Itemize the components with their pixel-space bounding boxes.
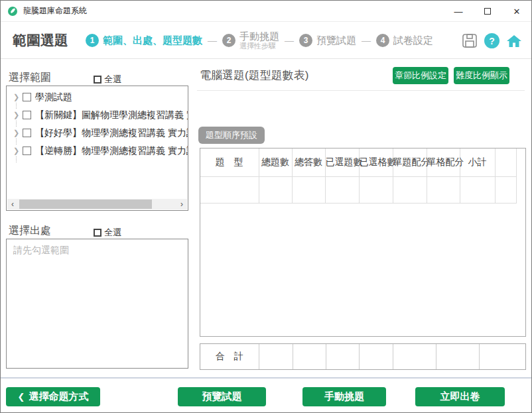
tree-item[interactable]: ❯ 【逆轉勝】物理學測總複習講義 實力評量 — [7, 142, 188, 160]
col-total-questions: 總題數 — [259, 148, 292, 176]
bottom-action-bar: ❮ 選擇命題方式 預覽試題 手動挑題 立即出卷 — [1, 377, 531, 412]
range-select-all[interactable]: 全選 — [94, 74, 121, 86]
header-icons: ? — [462, 23, 522, 59]
step-1-label[interactable]: 範圍、出處、題型題數 — [103, 34, 202, 47]
col-selected-questions: 已選題數 — [325, 148, 359, 176]
source-placeholder-text: 請先勾選範圍 — [13, 245, 69, 257]
step-dash: — — [285, 35, 294, 46]
total-row-table: 合 計 — [200, 343, 526, 370]
step-3-circle[interactable]: 3 — [299, 34, 312, 47]
save-icon[interactable] — [462, 33, 478, 48]
minimize-icon[interactable]: — — [444, 1, 473, 22]
question-order-badge[interactable]: 題型順序預設 — [198, 127, 265, 144]
col-points-per-question: 單題配分 — [393, 148, 427, 176]
chevron-right-icon[interactable]: ❯ — [13, 93, 23, 101]
maximize-square — [484, 8, 491, 15]
close-icon[interactable]: ✕ — [502, 1, 531, 22]
horizontal-scrollbar[interactable]: ‹ › — [7, 199, 187, 209]
preview-exam-button[interactable]: 預覽試題 — [178, 387, 266, 406]
scroll-left-icon[interactable]: ‹ — [7, 199, 18, 209]
col-subtotal: 小計 — [460, 148, 495, 176]
question-type-grid: 題 型 總題數 總答數 已選題數 已選格數 單題配分 單格配分 小計 — [200, 148, 517, 204]
step-dash: — — [362, 35, 371, 46]
source-select-all[interactable]: 全選 — [94, 227, 121, 239]
col-empty — [495, 148, 516, 176]
divider — [197, 90, 525, 91]
step-2-title: 手動挑題 — [239, 31, 279, 42]
total-label: 合 計 — [200, 344, 259, 369]
total-grid: 合 計 — [200, 344, 525, 369]
computer-selection-title: 電腦選題(題型題數表) — [200, 68, 308, 83]
total-row: 合 計 — [200, 344, 525, 369]
tree-item-checkbox[interactable] — [23, 129, 31, 137]
col-total-answers: 總答數 — [292, 148, 325, 176]
app-logo-icon — [7, 6, 18, 17]
step-2-label[interactable]: 手動挑題 選擇性步驟 — [239, 31, 279, 50]
page-header: 範圍選題 1 範圍、出處、題型題數 — 2 手動挑題 選擇性步驟 — 3 預覽試… — [1, 23, 531, 59]
tree-item-checkbox[interactable] — [23, 111, 31, 119]
scrollbar-thumb[interactable] — [19, 200, 152, 209]
col-points-per-cell: 單格配分 — [427, 148, 460, 176]
tree-item-label: 【逆轉勝】物理學測總複習講義 實力評量 — [35, 145, 188, 157]
step-2-circle[interactable]: 2 — [222, 34, 235, 47]
col-selected-cells: 已選格數 — [359, 148, 393, 176]
table-empty-row — [200, 176, 516, 203]
tree-item[interactable]: ❯ 【新關鍵】圖解物理學測總複習講義 實力評量 — [7, 106, 188, 124]
col-question-type: 題 型 — [200, 148, 259, 176]
tree-item-label: 【好好學】物理學測總複習講義 實力評量 — [35, 127, 188, 139]
help-icon[interactable]: ? — [484, 33, 499, 48]
maximize-icon[interactable] — [473, 1, 502, 22]
tree-item-label: 學測試題 — [35, 91, 72, 103]
chapter-ratio-button[interactable]: 章節比例設定 — [393, 67, 448, 84]
app-title: 龍騰題庫命題系統 — [23, 5, 87, 17]
chevron-right-icon[interactable]: ❯ — [13, 111, 23, 119]
manual-pick-button[interactable]: 手動挑題 — [302, 387, 386, 406]
chevron-right-icon[interactable]: ❯ — [13, 129, 23, 137]
scroll-right-icon[interactable]: › — [176, 199, 187, 209]
tree-item-checkbox[interactable] — [23, 147, 31, 155]
range-tree-panel: ❯ 學測試題 ❯ 【新關鍵】圖解物理學測總複習講義 實力評量 ❯ 【好好學】物理… — [6, 86, 188, 211]
step-4-circle[interactable]: 4 — [376, 34, 389, 47]
table-header-row: 題 型 總題數 總答數 已選題數 已選格數 單題配分 單格配分 小計 — [200, 148, 516, 176]
step-2-subtitle: 選擇性步驟 — [239, 42, 279, 50]
generate-exam-button[interactable]: 立即出卷 — [415, 387, 505, 406]
range-panel-title: 選擇範圍 — [9, 71, 51, 85]
app-window: 龍騰題庫命題系統 — ✕ 範圍選題 1 範圍、出處、題型題數 — 2 手動挑題 … — [0, 0, 532, 413]
back-to-method-button[interactable]: ❮ 選擇命題方式 — [6, 387, 100, 406]
source-select-all-checkbox[interactable] — [94, 229, 101, 237]
range-select-all-label: 全選 — [104, 74, 121, 86]
source-select-all-label: 全選 — [104, 227, 121, 239]
tree-item[interactable]: ❯ 學測試題 — [7, 88, 188, 106]
step-3-label[interactable]: 預覽試題 — [316, 34, 356, 47]
step-1-circle[interactable]: 1 — [86, 34, 99, 47]
back-button-label: 選擇命題方式 — [29, 390, 88, 403]
step-dash: — — [208, 35, 217, 46]
source-panel-title: 選擇出處 — [9, 224, 51, 238]
difficulty-ratio-button[interactable]: 難度比例顯示 — [454, 67, 509, 84]
chevron-left-icon: ❮ — [18, 392, 25, 402]
source-list-panel: 請先勾選範圍 — [6, 239, 188, 369]
chevron-right-icon[interactable]: ❯ — [13, 147, 23, 155]
title-bar: 龍騰題庫命題系統 — ✕ — [1, 1, 531, 22]
tree-item-label: 【新關鍵】圖解物理學測總複習講義 實力評量 — [35, 109, 188, 121]
home-icon[interactable] — [506, 34, 522, 48]
step-4-label[interactable]: 試卷設定 — [393, 34, 433, 47]
tree-item-checkbox[interactable] — [23, 93, 31, 101]
question-type-table: 題 型 總題數 總答數 已選題數 已選格數 單題配分 單格配分 小計 — [200, 148, 526, 337]
step-indicator: 1 範圍、出處、題型題數 — 2 手動挑題 選擇性步驟 — 3 預覽試題 — 4… — [86, 31, 433, 50]
window-controls: — ✕ — [444, 1, 531, 22]
tree-item[interactable]: ❯ 【好好學】物理學測總複習講義 實力評量 — [7, 124, 188, 142]
page-title: 範圍選題 — [13, 31, 68, 50]
range-select-all-checkbox[interactable] — [94, 76, 101, 84]
range-tree: ❯ 學測試題 ❯ 【新關鍵】圖解物理學測總複習講義 實力評量 ❯ 【好好學】物理… — [7, 88, 188, 160]
